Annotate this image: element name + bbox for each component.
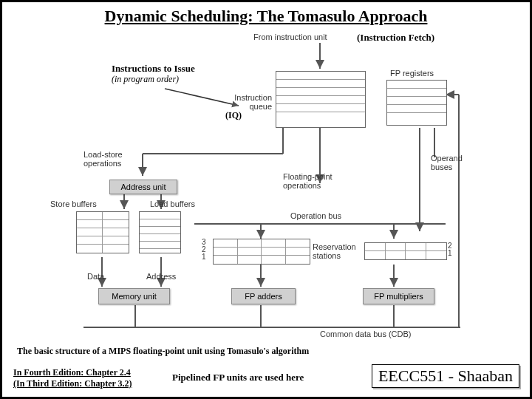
memory-unit-box: Memory unit <box>98 288 170 304</box>
footer-editions: In Fourth Edition: Chapter 2.4 (In Third… <box>13 367 132 389</box>
label-instruction-queue: Instruction queue <box>216 93 272 111</box>
slide: Dynamic Scheduling: The Tomasulo Approac… <box>0 0 532 399</box>
label-load-store-ops: Load-store operations <box>83 150 135 168</box>
label-store-buffers: Store buffers <box>50 200 97 208</box>
label-fp-ops: Floating-point operations <box>283 172 349 190</box>
label-reservation-stations: Reservation stations <box>313 242 364 260</box>
fp-registers-box <box>386 80 447 126</box>
instruction-queue-box <box>276 71 366 128</box>
store-buffers-box <box>76 211 129 253</box>
label-load-buffers: Load buffers <box>150 200 195 208</box>
slide-title: Dynamic Scheduling: The Tomasulo Approac… <box>2 7 530 26</box>
footer-pipelined: Pipelined FP units are used here <box>172 372 304 383</box>
reservation-stations-right <box>364 242 447 260</box>
reservation-stations-left <box>213 239 310 265</box>
load-buffers-box <box>139 211 181 253</box>
rs-right-1: 1 <box>448 250 452 257</box>
rs-right-numbers: 2 1 <box>448 242 452 257</box>
label-address: Address <box>146 272 176 281</box>
fp-multipliers-box: FP multipliers <box>363 288 434 304</box>
label-data: Data <box>87 272 104 281</box>
footer-edition4: In Fourth Edition: Chapter 2.4 <box>13 367 132 378</box>
footer-edition3: (In Third Edition: Chapter 3.2) <box>13 378 132 389</box>
label-fp-registers: FP registers <box>390 69 434 78</box>
fp-adders-box: FP adders <box>231 288 296 304</box>
caption: The basic structure of a MIPS floating-p… <box>17 346 309 357</box>
label-from-instruction-unit: From instruction unit <box>253 33 327 41</box>
label-operand-buses: Operand buses <box>431 154 475 171</box>
tomasulo-diagram: From instruction unit Instruction queue … <box>47 35 490 342</box>
label-cdb: Common data bus (CDB) <box>320 330 412 338</box>
address-unit-box: Address unit <box>109 180 177 194</box>
footer-course: EECC551 - Shaaban <box>372 364 519 388</box>
rs-left-1: 1 <box>202 253 206 261</box>
label-operation-bus: Operation bus <box>290 211 341 220</box>
rs-left-numbers: 3 2 1 <box>202 239 206 261</box>
